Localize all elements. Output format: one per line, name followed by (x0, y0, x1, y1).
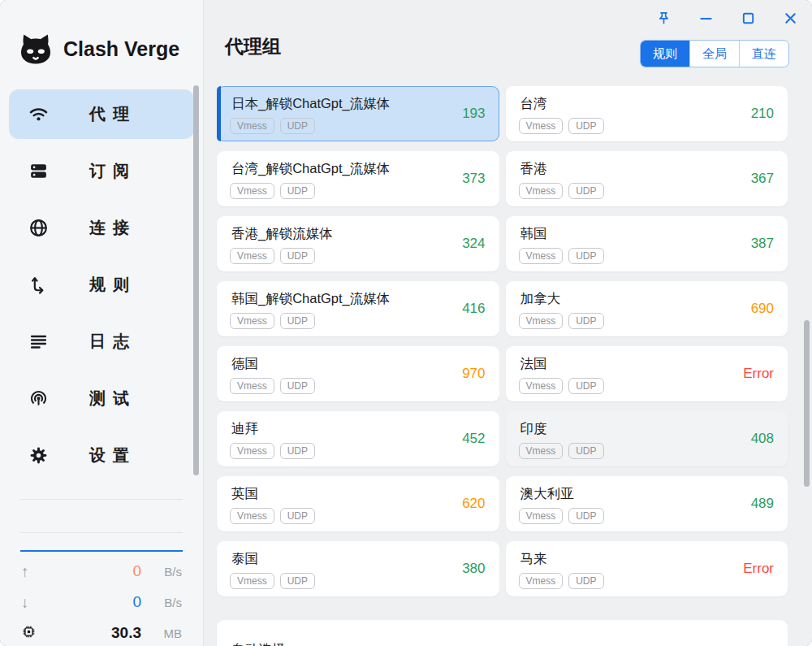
proxy-card[interactable]: 韩国_解锁ChatGpt_流媒体 Vmess UDP 416 (217, 281, 499, 336)
proxy-card[interactable]: 加拿大 Vmess UDP 690 (506, 281, 788, 336)
protocol-badge: Vmess (519, 313, 564, 329)
protocol-badge: Vmess (519, 573, 564, 589)
proxy-card[interactable]: 澳大利亚 Vmess UDP 489 (506, 476, 788, 531)
proxy-badges: Vmess UDP (230, 443, 486, 459)
tab-rule[interactable]: 规则 (641, 41, 689, 67)
pin-icon[interactable] (654, 9, 673, 28)
sidebar-scrollbar-thumb[interactable] (193, 85, 199, 475)
latency-value[interactable]: 367 (751, 171, 774, 187)
protocol-badge: Vmess (230, 313, 274, 329)
sidebar-item-logs[interactable]: 日志 (9, 317, 194, 366)
proxy-card[interactable]: 德国 Vmess UDP 970 (217, 346, 499, 401)
proxy-badges: Vmess UDP (519, 248, 775, 264)
sidebar-nav: 代理 订阅 连接 规则 (0, 89, 203, 480)
close-icon[interactable] (781, 9, 800, 28)
next-group-card[interactable]: 自动选择 (217, 620, 788, 646)
sidebar-item-label: 订阅 (89, 160, 136, 182)
protocol-badge: Vmess (519, 443, 564, 459)
udp-badge: UDP (280, 573, 315, 589)
proxy-card[interactable]: 台湾_解锁ChatGpt_流媒体 Vmess UDP 373 (217, 151, 499, 206)
chip-icon (21, 624, 39, 642)
latency-value[interactable]: 452 (462, 431, 485, 447)
sidebar-item-rules[interactable]: 规则 (9, 260, 194, 310)
latency-value[interactable]: Error (743, 366, 774, 382)
udp-badge: UDP (280, 508, 315, 524)
udp-badge: UDP (568, 118, 603, 134)
udp-badge: UDP (568, 248, 603, 264)
udp-badge: UDP (568, 443, 603, 459)
sidebar-item-test[interactable]: 测试 (9, 374, 194, 423)
proxy-badges: Vmess UDP (519, 573, 775, 589)
logs-icon (28, 332, 49, 352)
proxy-badges: Vmess UDP (230, 313, 486, 329)
latency-value[interactable]: 620 (462, 496, 485, 512)
minimize-icon[interactable] (697, 9, 715, 28)
protocol-badge: Vmess (519, 118, 564, 134)
sidebar-item-label: 测试 (89, 388, 136, 410)
sidebar-item-settings[interactable]: 设置 (9, 431, 194, 480)
cat-icon (16, 29, 55, 68)
proxy-badges: Vmess UDP (230, 248, 486, 264)
latency-value[interactable]: 690 (751, 301, 774, 317)
memory-stat[interactable]: 30.3 MB (21, 618, 182, 646)
sidebar-item-connections[interactable]: 连接 (9, 203, 194, 253)
proxy-badges: Vmess UDP (230, 508, 486, 524)
maximize-icon[interactable] (739, 9, 758, 28)
proxy-name: 马来 (519, 550, 775, 568)
latency-value[interactable]: 489 (751, 496, 774, 512)
proxy-card[interactable]: 英国 Vmess UDP 620 (217, 476, 499, 531)
proxy-card[interactable]: 马来 Vmess UDP Error (506, 541, 788, 596)
udp-badge: UDP (568, 508, 603, 524)
proxy-name: 香港 (519, 160, 775, 178)
proxy-card[interactable]: 香港 Vmess UDP 367 (506, 151, 788, 206)
protocol-badge: Vmess (519, 248, 564, 264)
protocol-badge: Vmess (230, 508, 274, 524)
proxy-card[interactable]: 泰国 Vmess UDP 380 (217, 541, 499, 596)
latency-value[interactable]: 210 (751, 106, 774, 122)
proxy-card[interactable]: 印度 Vmess UDP 408 (506, 411, 788, 466)
latency-value[interactable]: Error (743, 561, 774, 577)
proxy-badges: Vmess UDP (519, 443, 775, 459)
latency-value[interactable]: 373 (462, 171, 485, 187)
proxy-card[interactable]: 迪拜 Vmess UDP 452 (217, 411, 499, 466)
latency-value[interactable]: 970 (462, 366, 485, 382)
proxy-name: 泰国 (230, 550, 486, 568)
proxy-name: 澳大利亚 (519, 485, 775, 503)
latency-value[interactable]: 193 (462, 106, 485, 122)
download-stat: ↓ 0 B/s (21, 587, 182, 618)
proxy-card[interactable]: 台湾 Vmess UDP 210 (506, 86, 788, 141)
sidebar-item-proxies[interactable]: 代理 (9, 89, 194, 139)
latency-value[interactable]: 387 (751, 236, 774, 252)
udp-badge: UDP (280, 183, 315, 199)
proxy-card[interactable]: 法国 Vmess UDP Error (506, 346, 788, 401)
proxy-name: 台湾_解锁ChatGpt_流媒体 (230, 160, 486, 178)
memory-unit: MB (149, 626, 182, 640)
sidebar-item-profiles[interactable]: 订阅 (9, 146, 194, 196)
main-content: 代理组 规则 全局 直连 (204, 0, 812, 646)
page-title: 代理组 (225, 34, 281, 59)
proxy-name: 加拿大 (519, 290, 775, 308)
list-scrollbar-thumb[interactable] (804, 320, 810, 487)
proxy-name: 日本_解锁ChatGpt_流媒体 (230, 95, 486, 113)
proxy-card[interactable]: 日本_解锁ChatGpt_流媒体 Vmess UDP 193 (217, 86, 499, 141)
protocol-badge: Vmess (230, 118, 274, 134)
proxy-card[interactable]: 韩国 Vmess UDP 387 (506, 216, 788, 271)
proxy-card[interactable]: 香港_解锁流媒体 Vmess UDP 324 (217, 216, 499, 271)
brand-name: Clash Verge (63, 37, 179, 61)
proxy-name: 法国 (519, 355, 775, 373)
sidebar-item-label: 设置 (89, 444, 136, 466)
tab-direct[interactable]: 直连 (739, 41, 788, 67)
latency-value[interactable]: 408 (751, 431, 774, 447)
window-controls (654, 9, 800, 28)
proxy-badges: Vmess UDP (230, 183, 486, 199)
udp-badge: UDP (280, 378, 315, 394)
tab-global[interactable]: 全局 (689, 41, 739, 67)
sidebar-item-label: 日志 (89, 331, 136, 353)
latency-value[interactable]: 324 (462, 236, 485, 252)
sidebar-divider (20, 532, 183, 533)
latency-value[interactable]: 416 (462, 301, 485, 317)
sidebar-divider (20, 499, 183, 500)
proxy-badges: Vmess UDP (230, 118, 486, 134)
download-value: 0 (47, 593, 141, 611)
latency-value[interactable]: 380 (462, 561, 485, 577)
